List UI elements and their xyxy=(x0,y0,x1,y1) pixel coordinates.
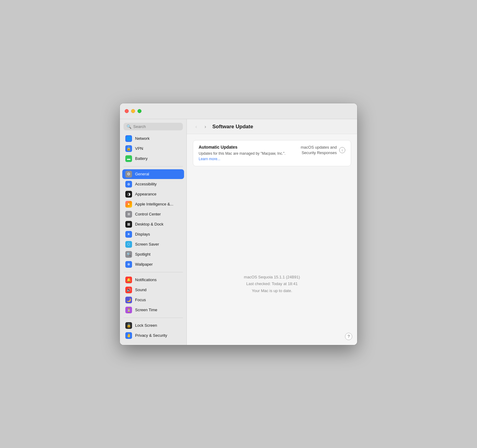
sidebar-item-spotlight[interactable]: 🔍 Spotlight xyxy=(122,250,184,259)
sidebar-item-wallpaper[interactable]: ❄ Wallpaper xyxy=(122,260,184,269)
maximize-button[interactable] xyxy=(138,109,141,113)
sidebar-item-displays[interactable]: ☀ Displays xyxy=(122,229,184,239)
sidebar-group-3: 🔔 Notifications 🔊 Sound 🌙 Focus ⏳ Screen… xyxy=(120,274,186,316)
back-icon: ‹ xyxy=(195,124,197,129)
sidebar-item-battery[interactable]: ▬ Battery xyxy=(122,154,184,164)
status-text: macOS Sequoia 15.1.1 (24B91) Last checke… xyxy=(244,274,300,294)
sidebar-label-displays: Displays xyxy=(135,232,150,236)
sidebar-group-2: ⚙ General ⊕ Accessibility ◑ Appearance ✦… xyxy=(120,168,186,270)
sidebar-label-apple-intelligence: Apple Intelligence &... xyxy=(135,202,173,206)
info-button[interactable]: i xyxy=(339,147,345,153)
sidebar-label-appearance: Appearance xyxy=(135,192,156,196)
sidebar-label-notifications: Notifications xyxy=(135,277,157,282)
desktop-dock-icon: ▦ xyxy=(125,221,132,228)
sidebar-label-battery: Battery xyxy=(135,156,148,161)
sidebar-item-lock-screen[interactable]: 🔒 Lock Screen xyxy=(122,321,184,330)
sidebar-item-vpn[interactable]: 🔒 VPN xyxy=(122,144,184,153)
sidebar-label-lock-screen: Lock Screen xyxy=(135,323,157,328)
sidebar-group-1: 🌐 Network 🔒 VPN ▬ Battery xyxy=(120,133,186,164)
titlebar xyxy=(120,103,357,119)
privacy-security-icon: 🤚 xyxy=(125,332,132,339)
sound-icon: 🔊 xyxy=(125,287,132,293)
divider-1 xyxy=(124,166,183,167)
page-title: Software Update xyxy=(212,124,253,130)
update-card-title: Automatic Updates xyxy=(199,145,294,150)
sidebar-item-sound[interactable]: 🔊 Sound xyxy=(122,285,184,295)
sidebar-group-4: 🔒 Lock Screen 🤚 Privacy & Security xyxy=(120,320,186,341)
update-card-description: Updates for this Mac are managed by "Mac… xyxy=(199,151,294,162)
control-center-icon: ⊞ xyxy=(125,211,132,218)
minimize-button[interactable] xyxy=(131,109,135,113)
close-button[interactable] xyxy=(125,109,129,113)
learn-more-link[interactable]: Learn more... xyxy=(199,157,220,161)
main-panel: ‹ › Software Update Automatic Updates Up… xyxy=(187,119,357,345)
vpn-icon: 🔒 xyxy=(125,145,132,152)
sidebar-label-sound: Sound xyxy=(135,288,147,292)
traffic-lights xyxy=(125,109,141,113)
content-area: 🔍 🌐 Network 🔒 VPN ▬ Battery xyxy=(120,119,357,345)
sidebar-item-general[interactable]: ⚙ General xyxy=(122,169,184,179)
update-right-line2: Security Responses xyxy=(301,150,337,155)
status-line3: Your Mac is up to date. xyxy=(244,288,300,294)
wallpaper-icon: ❄ xyxy=(125,261,132,268)
sidebar-item-appearance[interactable]: ◑ Appearance xyxy=(122,189,184,199)
update-right-line1: macOS updates and xyxy=(301,145,337,150)
main-header: ‹ › Software Update xyxy=(187,119,357,134)
sidebar-label-spotlight: Spotlight xyxy=(135,252,151,257)
system-preferences-window: 🔍 🌐 Network 🔒 VPN ▬ Battery xyxy=(120,103,357,345)
sidebar-label-vpn: VPN xyxy=(135,146,143,151)
screen-saver-icon: ⬡ xyxy=(125,241,132,248)
status-section: macOS Sequoia 15.1.1 (24B91) Last checke… xyxy=(187,223,357,345)
search-box[interactable]: 🔍 xyxy=(124,123,183,130)
sidebar-item-screen-time[interactable]: ⏳ Screen Time xyxy=(122,305,184,315)
accessibility-icon: ⊕ xyxy=(125,181,132,188)
sidebar-item-desktop-dock[interactable]: ▦ Desktop & Dock xyxy=(122,219,184,229)
sidebar-label-privacy-security: Privacy & Security xyxy=(135,333,167,338)
back-button[interactable]: ‹ xyxy=(193,123,200,130)
update-card-right: macOS updates and Security Responses i xyxy=(301,145,345,156)
appearance-icon: ◑ xyxy=(125,191,132,198)
search-input[interactable] xyxy=(133,124,180,129)
divider-2 xyxy=(124,272,183,272)
update-card-left: Automatic Updates Updates for this Mac a… xyxy=(199,145,294,162)
update-desc-text: Updates for this Mac are managed by "Mac… xyxy=(199,151,285,156)
sidebar-label-screen-time: Screen Time xyxy=(135,308,157,312)
help-icon: ? xyxy=(347,334,350,339)
screen-time-icon: ⏳ xyxy=(125,307,132,313)
apple-intelligence-icon: ✦ xyxy=(125,201,132,208)
main-body: Automatic Updates Updates for this Mac a… xyxy=(187,134,357,345)
focus-icon: 🌙 xyxy=(125,297,132,303)
status-line2: Last checked: Today at 18:41 xyxy=(244,281,300,287)
notifications-icon: 🔔 xyxy=(125,277,132,283)
displays-icon: ☀ xyxy=(125,231,132,238)
sidebar-label-desktop-dock: Desktop & Dock xyxy=(135,222,163,226)
sidebar: 🔍 🌐 Network 🔒 VPN ▬ Battery xyxy=(120,119,187,345)
lock-screen-icon: 🔒 xyxy=(125,322,132,329)
sidebar-label-network: Network xyxy=(135,136,150,141)
general-icon: ⚙ xyxy=(125,171,132,177)
help-button[interactable]: ? xyxy=(345,333,352,340)
sidebar-label-wallpaper: Wallpaper xyxy=(135,262,153,267)
forward-button[interactable]: › xyxy=(202,123,209,130)
sidebar-item-screen-saver[interactable]: ⬡ Screen Saver xyxy=(122,240,184,249)
divider-3 xyxy=(124,318,183,318)
battery-icon: ▬ xyxy=(125,155,132,162)
automatic-updates-card: Automatic Updates Updates for this Mac a… xyxy=(193,140,351,166)
sidebar-item-privacy-security[interactable]: 🤚 Privacy & Security xyxy=(122,331,184,340)
forward-icon: › xyxy=(204,124,206,129)
sidebar-item-network[interactable]: 🌐 Network xyxy=(122,134,184,143)
sidebar-label-control-center: Control Center xyxy=(135,212,161,216)
network-icon: 🌐 xyxy=(125,135,132,142)
sidebar-label-accessibility: Accessibility xyxy=(135,182,157,186)
spotlight-icon: 🔍 xyxy=(125,251,132,258)
sidebar-item-notifications[interactable]: 🔔 Notifications xyxy=(122,275,184,285)
update-card-right-text: macOS updates and Security Responses xyxy=(301,145,337,156)
sidebar-label-general: General xyxy=(135,172,149,176)
sidebar-label-screen-saver: Screen Saver xyxy=(135,242,159,246)
search-icon: 🔍 xyxy=(127,124,131,129)
sidebar-item-accessibility[interactable]: ⊕ Accessibility xyxy=(122,179,184,189)
sidebar-item-control-center[interactable]: ⊞ Control Center xyxy=(122,209,184,219)
status-line1: macOS Sequoia 15.1.1 (24B91) xyxy=(244,274,300,281)
sidebar-item-focus[interactable]: 🌙 Focus xyxy=(122,295,184,305)
sidebar-item-apple-intelligence[interactable]: ✦ Apple Intelligence &... xyxy=(122,199,184,209)
